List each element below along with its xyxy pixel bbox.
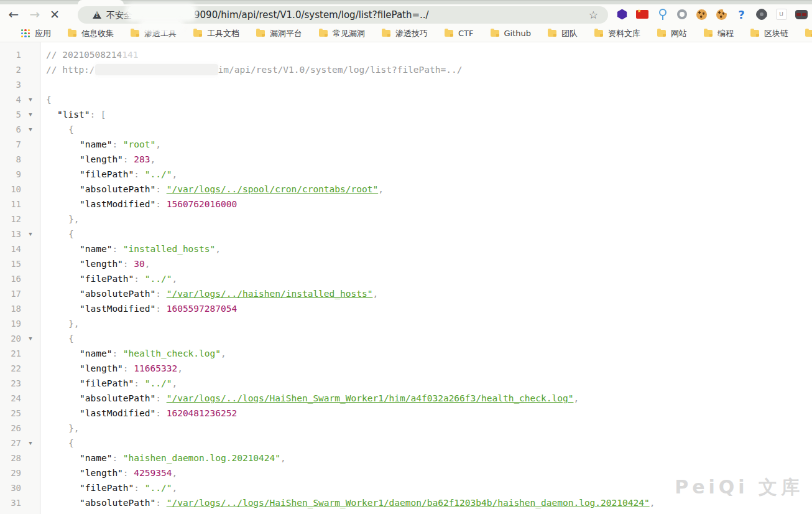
json-link[interactable]: "/var/logs/../logs/HaiShen_Swarm_Worker1… [167,393,574,403]
china-flag-icon[interactable] [635,7,648,22]
back-button[interactable]: ← [5,6,22,23]
json-punct: , [573,393,579,403]
stop-button[interactable]: ✕ [46,6,63,23]
json-punct: , [221,348,226,358]
line-number: 31 [0,495,21,510]
json-key: "absolutePath" [80,393,155,403]
bookmark-apps[interactable]: 应用 [21,28,51,39]
json-punct: , [172,468,177,478]
json-punct: : [112,348,122,358]
spy-glasses-icon[interactable] [795,7,808,22]
json-key: "filePath" [80,169,134,179]
json-punct: : [112,244,122,254]
line-number: 7 [0,137,21,152]
purple-gem-icon[interactable] [616,7,629,22]
json-str: "haishen_daemon.log.20210424" [123,453,280,463]
bookmark-folder[interactable]: 信息收集 [68,28,114,39]
code-line: 25"lastModified": 1620481236252 [0,406,812,421]
bookmark-folder[interactable]: 编程 [704,28,734,39]
user-agent-icon: U [776,9,787,20]
code-line: 24"absolutePath": "/var/logs/../logs/Hai… [0,391,812,406]
json-punct: : [155,199,166,209]
line-number: 5 [0,107,21,122]
line-number: 10 [0,182,21,197]
json-str: "../" [145,483,172,493]
bookmark-folder[interactable]: 团队 [548,28,578,39]
bookmark-star-icon[interactable]: ☆ [589,9,598,21]
json-num: 4259354 [134,468,172,478]
json-key: "filePath" [80,483,134,493]
bookmark-folder[interactable]: 渗透技巧 [382,28,428,39]
line-number: 27 [0,436,21,451]
code-line: 19}, [0,316,812,331]
json-punct: : [155,393,166,403]
line-number: 21 [0,346,21,361]
line-number: 13 [0,227,21,241]
blue-pin-icon [658,8,667,21]
code-line: 26}, [0,421,812,436]
code-line: 23"filePath": "../", [0,376,812,391]
code-line: 16"filePath": "../", [0,271,812,286]
json-link[interactable]: "/var/logs/../haishen/installed_hosts" [167,289,373,299]
bookmark-folder-label: Github [504,29,532,38]
bookmark-folder[interactable]: 区块链 [750,28,788,39]
line-number: 23 [0,376,21,391]
json-key: "name" [80,244,112,254]
bookmark-folder[interactable]: 工具文档 [193,28,239,39]
collapse-caret-icon[interactable]: ▼ [21,92,40,107]
line-number: 17 [0,286,21,301]
blue-pin-icon[interactable] [655,7,668,22]
json-comment: im/api/rest/V1.0/system/log/list?filePat… [218,65,463,75]
json-str: "health_check.log" [123,348,221,358]
code-line: 4▼{ [0,92,812,107]
bookmark-folder[interactable]: 临时 [805,28,812,39]
json-comment: // http:/ [46,65,95,75]
line-number: 24 [0,391,21,406]
redaction-smudge [141,21,182,30]
cookie-icon [696,9,707,20]
bookmark-folder-label: 信息收集 [81,28,114,39]
code-line: 10"absolutePath": "/var/logs/../spool/cr… [0,182,812,197]
cookie-icon[interactable] [695,7,708,22]
question-mark-icon[interactable]: ? [735,7,748,22]
collapse-caret-icon[interactable]: ▼ [21,436,40,451]
collapse-caret-icon[interactable]: ▼ [21,331,40,346]
json-str: "../" [145,274,172,284]
json-key: "list" [57,110,90,119]
folder-icon [594,30,603,37]
bookmark-folder[interactable]: 漏洞平台 [256,28,302,39]
json-punct: , [150,154,156,164]
collapse-caret-icon[interactable]: ▼ [21,107,40,122]
collapse-caret-icon[interactable]: ▼ [21,227,40,241]
collapse-caret-icon[interactable]: ▼ [21,122,40,137]
line-number: 28 [0,451,21,465]
user-agent-icon[interactable]: U [775,7,788,22]
bookmark-folder[interactable]: 网站 [657,28,687,39]
code-line: 20▼{ [0,331,812,346]
url-text[interactable]: 9090/him/api/rest/V1.0/system/log/list?f… [194,9,429,21]
bookmark-folder[interactable]: 资料文库 [594,28,640,39]
code-line: 28"name": "haishen_daemon.log.20210424", [0,451,812,465]
bookmark-folder[interactable]: CTF [445,29,474,38]
cookie-bitten-icon[interactable] [715,7,728,22]
gray-ring-icon[interactable] [675,7,688,22]
json-punct: { [68,124,74,134]
json-link[interactable]: "/var/logs/../logs/HaiShen_Swarm_Worker1… [167,498,650,508]
json-key: "length" [80,468,123,478]
bookmark-folder[interactable]: 常见漏洞 [319,28,365,39]
json-key: "lastModified" [80,304,155,314]
code-line: 7"name": "root", [0,137,812,152]
json-key: "name" [80,348,112,358]
browser-toolbar: ← → ✕ 不安全 9090/him/api/rest/V1.0/system/… [0,4,812,25]
folder-icon [382,30,390,37]
line-number: 8 [0,152,21,167]
code-line: 18"lastModified": 1605597287054 [0,301,812,316]
json-link[interactable]: "/var/logs/../spool/cron/crontabs/root" [167,184,378,194]
line-number: 29 [0,465,21,480]
gear-icon[interactable] [755,7,768,22]
folder-icon [68,30,76,37]
forward-button[interactable]: → [26,6,44,23]
json-num: 283 [134,154,150,164]
active-tab[interactable] [78,0,124,4]
bookmark-folder[interactable]: Github [491,29,532,38]
